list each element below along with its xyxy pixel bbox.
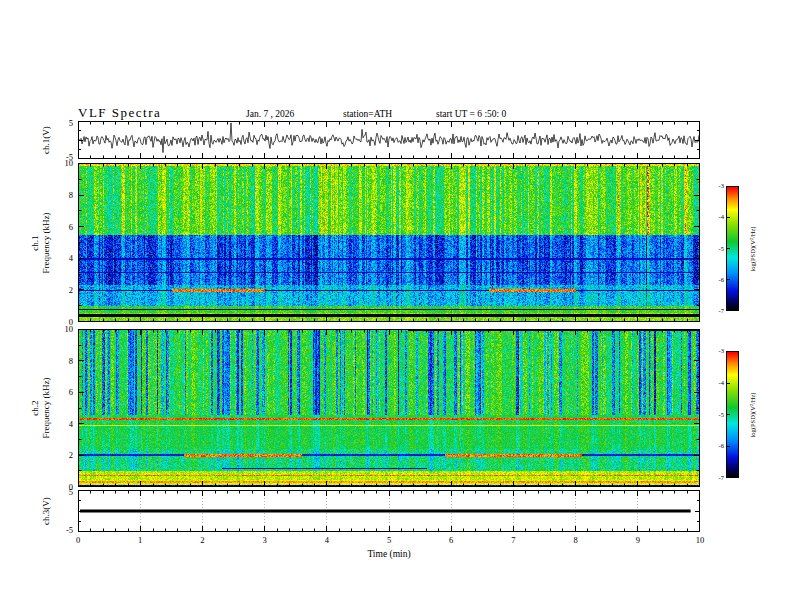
ch2-spec-ytick-label: 8 [69, 356, 73, 365]
x-tick-label: 4 [325, 536, 329, 545]
x-tick-label: 3 [262, 536, 266, 545]
ch2-spec-ytick-label: 10 [65, 325, 74, 334]
vlf-spectra-figure: VLF Spectra Jan. 7 , 2026 station=ATH st… [0, 0, 792, 612]
ch2-frequency-axis-label: ch.2 Frequency (kHz) [30, 377, 53, 438]
time-axis-label: Time (min) [367, 549, 410, 559]
ch3-waveform-panel [78, 490, 700, 532]
ch1-colorbar-tick-label: -3 [719, 183, 724, 190]
ch1-spec-ytick-label: 4 [69, 254, 73, 263]
ch1-colorbar-label: log(PSD)(V²/Hz) [749, 226, 756, 271]
ch1-waveform-panel [78, 121, 700, 159]
ch1-spec-ytick-label: 10 [65, 159, 74, 168]
ch2-colorbar-tick-label: -4 [719, 380, 724, 387]
header-station: station=ATH [343, 109, 392, 119]
x-tick-label: 1 [138, 536, 142, 545]
ch1-frequency-axis-label: ch.1 Frequency (kHz) [30, 212, 53, 273]
ch1-colorbar-tick-label: -4 [719, 214, 724, 221]
x-tick-label: 6 [449, 536, 453, 545]
header-start-ut: start UT = 6 :50: 0 [436, 109, 506, 119]
x-tick-label: 2 [200, 536, 204, 545]
ch1-voltage-axis-label: ch.1(V) [41, 126, 52, 154]
ch1-colorbar-tick-label: -6 [719, 277, 724, 284]
ch2-spec-ytick-label: 6 [69, 388, 73, 397]
x-tick-label: 0 [76, 536, 80, 545]
x-tick-label: 10 [696, 536, 705, 545]
ch2-frequency-axis-label-line1: ch.2 [30, 377, 41, 438]
header-date: Jan. 7 , 2026 [246, 109, 294, 119]
ch2-colorbar [726, 351, 739, 478]
ch2-colorbar-tick-label: -3 [719, 348, 724, 355]
x-tick-label: 8 [573, 536, 577, 545]
ch2-colorbar-tick-label: -7 [719, 475, 724, 482]
ch2-frequency-axis-label-line2: Frequency (kHz) [41, 377, 52, 438]
ch2-colorbar-tick-label: -6 [719, 443, 724, 450]
ch1-spec-ytick-label: 2 [69, 286, 73, 295]
ch1-spec-ytick-label: 8 [69, 191, 73, 200]
ch1-frequency-axis-label-line2: Frequency (kHz) [41, 212, 52, 273]
x-tick-label: 9 [636, 536, 640, 545]
ch1-colorbar [726, 186, 739, 311]
ch1-frequency-axis-label-line1: ch.1 [30, 212, 41, 273]
ch1-spectrogram-panel [78, 163, 700, 322]
ch3-wave-ytick-label: 5 [69, 488, 73, 497]
ch1-colorbar-tick-label: -5 [719, 245, 724, 252]
x-tick-label: 7 [511, 536, 515, 545]
x-tick-label: 5 [387, 536, 391, 545]
ch2-spec-ytick-label: 4 [69, 420, 73, 429]
ch1-spec-ytick-label: 6 [69, 222, 73, 231]
ch1-colorbar-tick-label: -7 [719, 308, 724, 315]
ch2-colorbar-tick-label: -5 [719, 411, 724, 418]
ch2-colorbar-label: log(PSD)(V²/Hz) [749, 392, 756, 437]
figure-title: VLF Spectra [78, 105, 161, 121]
ch2-spectrogram-panel [78, 329, 700, 487]
ch3-voltage-axis-label: ch.3(V) [41, 497, 52, 525]
ch3-wave-ytick-label: -5 [66, 526, 73, 535]
ch1-wave-ytick-label: 5 [69, 119, 73, 128]
ch2-spec-ytick-label: 2 [69, 451, 73, 460]
